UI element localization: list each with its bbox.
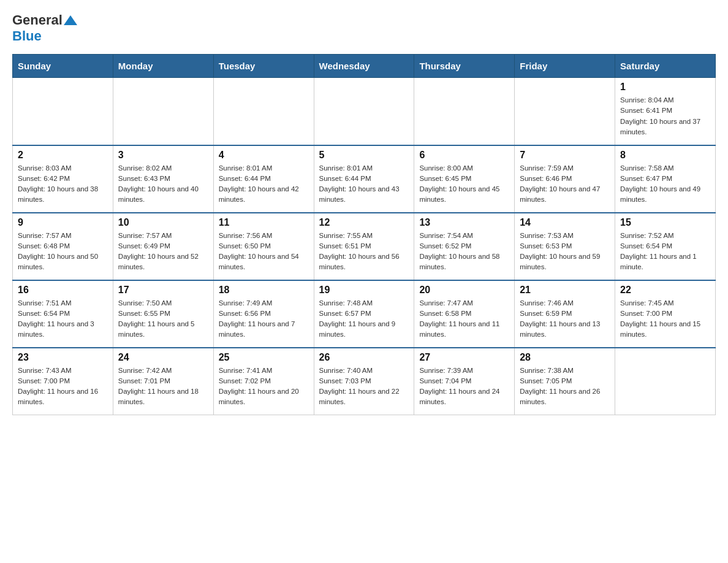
calendar-cell: 5Sunrise: 8:01 AMSunset: 6:44 PMDaylight…	[314, 145, 414, 213]
day-info: Sunrise: 8:00 AMSunset: 6:45 PMDaylight:…	[419, 163, 509, 205]
day-number: 7	[520, 150, 610, 161]
sunrise-text: Sunrise: 8:00 AM	[419, 163, 509, 174]
calendar-cell	[615, 348, 716, 415]
day-number: 13	[419, 217, 509, 228]
daylight-text: Daylight: 11 hours and 26 minutes.	[520, 386, 610, 408]
calendar-cell: 28Sunrise: 7:38 AMSunset: 7:05 PMDayligh…	[515, 348, 615, 415]
sunrise-text: Sunrise: 7:57 AM	[118, 231, 208, 241]
calendar-cell: 12Sunrise: 7:55 AMSunset: 6:51 PMDayligh…	[314, 213, 414, 280]
daylight-text: Daylight: 10 hours and 50 minutes.	[18, 251, 108, 273]
sunset-text: Sunset: 6:44 PM	[219, 174, 309, 184]
calendar-cell: 3Sunrise: 8:02 AMSunset: 6:43 PMDaylight…	[113, 145, 213, 213]
weekday-header-saturday: Saturday	[615, 55, 716, 78]
daylight-text: Daylight: 10 hours and 52 minutes.	[118, 251, 208, 273]
calendar-cell: 21Sunrise: 7:46 AMSunset: 6:59 PMDayligh…	[515, 280, 615, 348]
sunset-text: Sunset: 6:55 PM	[118, 308, 208, 319]
sunrise-text: Sunrise: 7:47 AM	[419, 298, 509, 308]
daylight-text: Daylight: 11 hours and 18 minutes.	[118, 386, 208, 408]
day-info: Sunrise: 8:04 AMSunset: 6:41 PMDaylight:…	[620, 95, 710, 137]
sunset-text: Sunset: 6:44 PM	[319, 174, 409, 184]
day-info: Sunrise: 7:42 AMSunset: 7:01 PMDaylight:…	[118, 366, 208, 408]
calendar-cell: 11Sunrise: 7:56 AMSunset: 6:50 PMDayligh…	[213, 213, 314, 280]
day-number: 27	[419, 352, 509, 363]
calendar-cell: 9Sunrise: 7:57 AMSunset: 6:48 PMDaylight…	[13, 213, 113, 280]
sunrise-text: Sunrise: 8:03 AM	[18, 163, 108, 174]
calendar-cell: 20Sunrise: 7:47 AMSunset: 6:58 PMDayligh…	[414, 280, 515, 348]
calendar-cell: 22Sunrise: 7:45 AMSunset: 7:00 PMDayligh…	[615, 280, 716, 348]
sunset-text: Sunset: 6:45 PM	[419, 174, 509, 184]
daylight-text: Daylight: 10 hours and 43 minutes.	[319, 184, 409, 205]
calendar-week-4: 16Sunrise: 7:51 AMSunset: 6:54 PMDayligh…	[13, 280, 716, 348]
sunset-text: Sunset: 6:58 PM	[419, 308, 509, 319]
calendar-cell: 16Sunrise: 7:51 AMSunset: 6:54 PMDayligh…	[13, 280, 113, 348]
sunrise-text: Sunrise: 7:48 AM	[319, 298, 409, 308]
day-info: Sunrise: 7:38 AMSunset: 7:05 PMDaylight:…	[520, 366, 610, 408]
sunrise-text: Sunrise: 7:42 AM	[118, 366, 208, 376]
calendar-cell: 24Sunrise: 7:42 AMSunset: 7:01 PMDayligh…	[113, 348, 213, 415]
day-info: Sunrise: 7:41 AMSunset: 7:02 PMDaylight:…	[219, 366, 309, 408]
daylight-text: Daylight: 10 hours and 59 minutes.	[520, 251, 610, 273]
daylight-text: Daylight: 10 hours and 54 minutes.	[219, 251, 309, 273]
daylight-text: Daylight: 10 hours and 40 minutes.	[118, 184, 208, 205]
calendar-cell: 7Sunrise: 7:59 AMSunset: 6:46 PMDaylight…	[515, 145, 615, 213]
sunset-text: Sunset: 7:00 PM	[620, 308, 710, 319]
logo-blue-text: Blue	[12, 28, 42, 44]
calendar-week-1: 1Sunrise: 8:04 AMSunset: 6:41 PMDaylight…	[13, 78, 716, 145]
day-info: Sunrise: 7:40 AMSunset: 7:03 PMDaylight:…	[319, 366, 409, 408]
sunset-text: Sunset: 6:48 PM	[18, 241, 108, 251]
sunset-text: Sunset: 6:53 PM	[520, 241, 610, 251]
day-number: 16	[18, 285, 108, 296]
day-info: Sunrise: 7:39 AMSunset: 7:04 PMDaylight:…	[419, 366, 509, 408]
sunset-text: Sunset: 6:56 PM	[219, 308, 309, 319]
calendar-cell: 10Sunrise: 7:57 AMSunset: 6:49 PMDayligh…	[113, 213, 213, 280]
weekday-header-thursday: Thursday	[414, 55, 515, 78]
calendar-cell	[13, 78, 113, 145]
day-number: 12	[319, 217, 409, 228]
logo-flag-icon	[64, 14, 77, 28]
calendar-cell: 23Sunrise: 7:43 AMSunset: 7:00 PMDayligh…	[13, 348, 113, 415]
sunset-text: Sunset: 6:41 PM	[620, 105, 710, 116]
day-info: Sunrise: 7:52 AMSunset: 6:54 PMDaylight:…	[620, 231, 710, 273]
calendar-cell: 19Sunrise: 7:48 AMSunset: 6:57 PMDayligh…	[314, 280, 414, 348]
sunrise-text: Sunrise: 7:49 AM	[219, 298, 309, 308]
day-number: 26	[319, 352, 409, 363]
daylight-text: Daylight: 11 hours and 5 minutes.	[118, 319, 208, 340]
sunset-text: Sunset: 7:05 PM	[520, 376, 610, 386]
sunset-text: Sunset: 7:01 PM	[118, 376, 208, 386]
calendar-cell: 17Sunrise: 7:50 AMSunset: 6:55 PMDayligh…	[113, 280, 213, 348]
day-number: 1	[620, 82, 710, 93]
weekday-header-friday: Friday	[515, 55, 615, 78]
daylight-text: Daylight: 11 hours and 16 minutes.	[18, 386, 108, 408]
logo-general-text: General	[12, 12, 63, 28]
sunrise-text: Sunrise: 8:01 AM	[319, 163, 409, 174]
day-number: 21	[520, 285, 610, 296]
daylight-text: Daylight: 10 hours and 47 minutes.	[520, 184, 610, 205]
page-header: General Blue	[12, 12, 716, 44]
daylight-text: Daylight: 11 hours and 3 minutes.	[18, 319, 108, 340]
sunset-text: Sunset: 6:57 PM	[319, 308, 409, 319]
calendar-cell: 1Sunrise: 8:04 AMSunset: 6:41 PMDaylight…	[615, 78, 716, 145]
day-info: Sunrise: 7:50 AMSunset: 6:55 PMDaylight:…	[118, 298, 208, 340]
calendar-cell	[213, 78, 314, 145]
sunrise-text: Sunrise: 8:02 AM	[118, 163, 208, 174]
calendar-cell: 13Sunrise: 7:54 AMSunset: 6:52 PMDayligh…	[414, 213, 515, 280]
daylight-text: Daylight: 11 hours and 15 minutes.	[620, 319, 710, 340]
daylight-text: Daylight: 11 hours and 22 minutes.	[319, 386, 409, 408]
sunrise-text: Sunrise: 8:01 AM	[219, 163, 309, 174]
day-number: 10	[118, 217, 208, 228]
sunset-text: Sunset: 6:46 PM	[520, 174, 610, 184]
day-number: 3	[118, 150, 208, 161]
calendar-table: SundayMondayTuesdayWednesdayThursdayFrid…	[12, 54, 716, 415]
daylight-text: Daylight: 10 hours and 56 minutes.	[319, 251, 409, 273]
daylight-text: Daylight: 10 hours and 45 minutes.	[419, 184, 509, 205]
sunset-text: Sunset: 7:02 PM	[219, 376, 309, 386]
day-number: 22	[620, 285, 710, 296]
calendar-cell: 8Sunrise: 7:58 AMSunset: 6:47 PMDaylight…	[615, 145, 716, 213]
day-info: Sunrise: 7:57 AMSunset: 6:49 PMDaylight:…	[118, 231, 208, 273]
sunset-text: Sunset: 7:00 PM	[18, 376, 108, 386]
day-number: 9	[18, 217, 108, 228]
weekday-header-monday: Monday	[113, 55, 213, 78]
calendar-cell: 25Sunrise: 7:41 AMSunset: 7:02 PMDayligh…	[213, 348, 314, 415]
day-info: Sunrise: 7:57 AMSunset: 6:48 PMDaylight:…	[18, 231, 108, 273]
weekday-header-sunday: Sunday	[13, 55, 113, 78]
